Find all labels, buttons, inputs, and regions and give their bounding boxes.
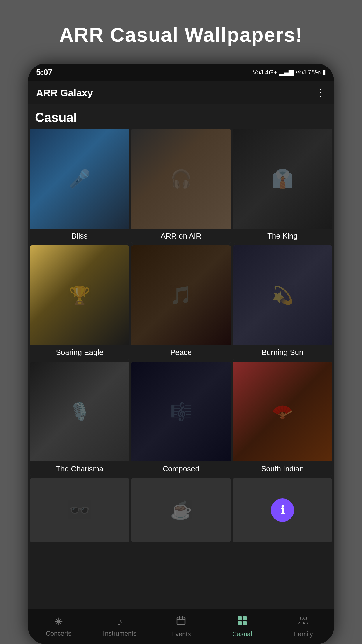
charisma-label: The Charisma — [30, 461, 129, 476]
content-area: Casual Bliss ARR on AIR The King — [28, 104, 334, 609]
status-icons: VoJ 4G+ ▂▄▆ VoJ 78% ▮ — [253, 69, 326, 76]
burning-sun-image — [233, 245, 332, 345]
family-label: Family — [294, 630, 313, 638]
battery-icon: ▮ — [322, 69, 326, 76]
wallpaper-grid: Bliss ARR on AIR The King Soaring Eag — [28, 129, 334, 476]
instruments-label: Instruments — [103, 630, 137, 637]
list-item[interactable]: The Charisma — [30, 362, 129, 476]
svg-point-9 — [304, 617, 307, 620]
svg-rect-7 — [243, 621, 247, 625]
bliss-label: Bliss — [30, 229, 129, 244]
the-king-image — [233, 129, 332, 229]
status-time: 5:07 — [36, 68, 52, 77]
list-item[interactable]: Bliss — [30, 129, 129, 244]
list-item[interactable]: Burning Sun — [233, 245, 332, 360]
list-item[interactable]: ARR on AIR — [131, 129, 231, 244]
peace-image — [131, 245, 231, 345]
list-item[interactable] — [30, 478, 129, 542]
bliss-image — [30, 129, 129, 229]
soaring-eagle-image — [30, 245, 129, 345]
events-icon — [176, 615, 186, 629]
status-bar: 5:07 VoJ 4G+ ▂▄▆ VoJ 78% ▮ — [28, 64, 334, 81]
list-item[interactable]: ℹ — [233, 478, 332, 542]
info-badge[interactable]: ℹ — [271, 498, 294, 522]
arr-on-air-label: ARR on AIR — [131, 229, 231, 244]
app-title: ARR Galaxy — [36, 87, 93, 99]
nav-item-instruments[interactable]: ♪ Instruments — [89, 616, 150, 637]
svg-rect-5 — [243, 616, 247, 620]
signal-icon: VoJ 4G+ — [253, 69, 277, 76]
instruments-icon: ♪ — [117, 616, 122, 628]
list-item[interactable]: Composed — [131, 362, 231, 476]
south-indian-image — [233, 362, 332, 461]
list-item[interactable]: The King — [233, 129, 332, 244]
composed-image — [131, 362, 231, 461]
list-item[interactable] — [131, 478, 231, 542]
phone-frame: 5:07 VoJ 4G+ ▂▄▆ VoJ 78% ▮ ARR Galaxy ⋮ … — [28, 64, 334, 644]
nav-item-events[interactable]: Events — [150, 615, 212, 638]
svg-rect-0 — [177, 617, 185, 625]
nav-item-casual[interactable]: Casual — [212, 615, 273, 638]
page-title: ARR Casual Wallpapers! — [59, 23, 303, 46]
lte-icon: VoJ — [295, 69, 306, 76]
events-label: Events — [171, 630, 191, 638]
svg-point-8 — [300, 617, 303, 620]
arr-on-air-image — [131, 129, 231, 229]
bottom-nav: ✳ Concerts ♪ Instruments Events — [28, 609, 334, 644]
svg-rect-4 — [238, 616, 242, 620]
list-item[interactable]: Peace — [131, 245, 231, 360]
casual-label: Casual — [232, 630, 252, 638]
charisma-image — [30, 362, 129, 461]
burning-sun-label: Burning Sun — [233, 345, 332, 360]
nav-item-family[interactable]: Family — [273, 615, 334, 638]
composed-label: Composed — [131, 461, 231, 476]
battery-level: 78% — [308, 69, 321, 76]
family-icon — [298, 615, 309, 629]
svg-rect-6 — [238, 621, 242, 625]
top-bar: ARR Galaxy ⋮ — [28, 81, 334, 104]
section-label: Casual — [28, 104, 334, 129]
south-indian-label: South Indian — [233, 461, 332, 476]
peace-label: Peace — [131, 345, 231, 360]
signal-bars: ▂▄▆ — [279, 69, 294, 76]
more-options-icon[interactable]: ⋮ — [315, 87, 326, 99]
casual-icon — [237, 615, 247, 629]
list-item[interactable]: South Indian — [233, 362, 332, 476]
concerts-icon: ✳ — [54, 616, 63, 628]
soaring-eagle-label: Soaring Eagle — [30, 345, 129, 360]
concerts-label: Concerts — [46, 630, 71, 637]
the-king-label: The King — [233, 229, 332, 244]
list-item[interactable]: Soaring Eagle — [30, 245, 129, 360]
partial-row: ℹ — [28, 478, 334, 542]
nav-item-concerts[interactable]: ✳ Concerts — [28, 616, 89, 637]
